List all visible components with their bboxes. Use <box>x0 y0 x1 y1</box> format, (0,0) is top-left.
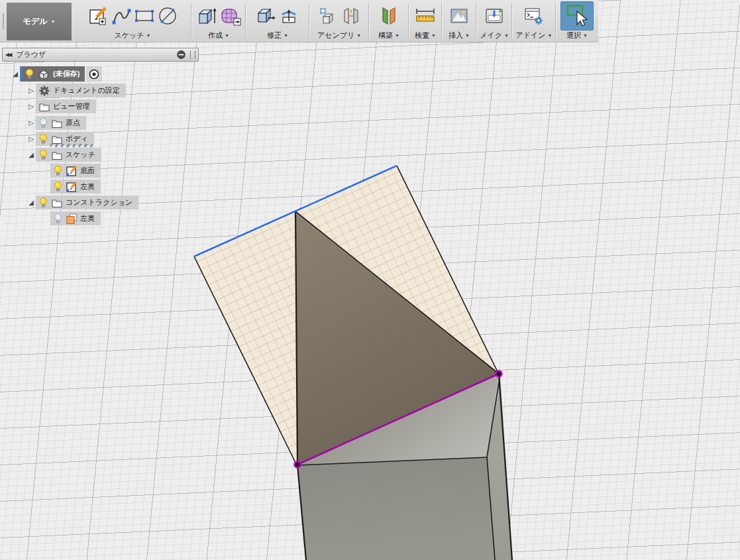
inspect-menu-button[interactable]: 検査 ▼ <box>415 30 436 40</box>
insert-menu-button[interactable]: 挿入 ▼ <box>449 30 470 40</box>
group-label: スケッチ <box>115 30 144 40</box>
expander-collapsed-icon[interactable]: ▷ <box>26 103 36 110</box>
construct-menu-button[interactable]: 構築 ▼ <box>378 30 399 40</box>
make-3d-print-icon[interactable] <box>484 5 504 27</box>
workspace-dropdown[interactable]: モデル ▼ <box>7 3 72 40</box>
visibility-bulb-on-icon[interactable] <box>25 68 34 80</box>
tree-item-origin[interactable]: ▷ 原点 <box>26 115 86 131</box>
root-document-bar[interactable]: (未保存) <box>20 66 85 82</box>
select-menu-button[interactable]: 選択 ▼ <box>566 30 588 40</box>
create-menu-button[interactable]: 作成 ▼ <box>208 30 229 40</box>
folder-icon <box>51 117 63 129</box>
chevron-down-icon: ▼ <box>50 19 55 24</box>
tree-item-sketch-left-back[interactable]: 左奥 <box>50 179 101 194</box>
toolbar-group-modify: 修正 ▼ <box>246 0 309 42</box>
chevron-down-icon: ▼ <box>548 33 553 38</box>
rectangle-icon[interactable] <box>134 5 154 27</box>
sketch-icon <box>66 181 78 193</box>
expander-expanded-icon[interactable]: ◢ <box>26 151 36 158</box>
expander-expanded-icon[interactable]: ◢ <box>26 199 36 206</box>
toolbar-group-select: 選択 ▼ <box>556 0 598 42</box>
spline-icon[interactable] <box>111 5 131 27</box>
tree-item-label: ボディ <box>66 134 88 144</box>
visibility-bulb-on-icon[interactable] <box>38 197 48 208</box>
tree-item-plane-left-back[interactable]: 左奥 <box>50 211 101 226</box>
tree-item-label: 底面 <box>80 166 95 176</box>
tree-item-sketches[interactable]: ◢ スケッチ <box>26 147 101 162</box>
chevron-down-icon: ▼ <box>504 33 509 38</box>
panel-grip-handle[interactable] <box>190 50 195 59</box>
chevron-down-icon: ▼ <box>395 33 399 38</box>
minimize-icon[interactable] <box>176 49 186 60</box>
new-component-icon[interactable] <box>318 5 338 27</box>
assemble-menu-button[interactable]: アセンブリ ▼ <box>317 30 361 40</box>
create-sketch-icon[interactable] <box>88 5 108 27</box>
tree-item-label: ドキュメントの設定 <box>53 85 120 95</box>
chevron-down-icon: ▼ <box>225 33 229 38</box>
select-tool-button[interactable] <box>560 1 594 30</box>
chevron-down-icon: ▼ <box>284 33 288 38</box>
extrude-icon[interactable] <box>197 5 217 27</box>
visibility-bulb-on-icon[interactable] <box>38 133 48 144</box>
visibility-bulb-off-icon[interactable] <box>53 213 63 224</box>
press-pull-icon[interactable] <box>256 5 276 27</box>
construction-plane-icon[interactable] <box>379 5 399 27</box>
toolbar-separator <box>476 3 476 38</box>
vertex-point-left[interactable] <box>295 462 301 468</box>
tree-item-document-settings[interactable]: ▷ ドキュメントの設定 <box>26 83 126 98</box>
group-label: 作成 <box>208 30 223 40</box>
joint-icon[interactable] <box>341 5 361 27</box>
tree-item-view-management[interactable]: ▷ ビュー管理 <box>26 99 96 114</box>
tree-item-root-document[interactable]: ◢ (未保存) <box>11 66 102 82</box>
modify-menu-button[interactable]: 修正 ▼ <box>267 30 288 40</box>
folder-icon <box>51 133 63 145</box>
toolbar-group-make: メイク ▼ <box>477 0 511 42</box>
group-label: 挿入 <box>449 30 463 40</box>
visibility-bulb-off-icon[interactable] <box>38 117 48 129</box>
sketch-menu-button[interactable]: スケッチ ▼ <box>115 30 151 40</box>
expander-expanded-icon[interactable]: ◢ <box>11 70 20 78</box>
visibility-bulb-on-icon[interactable] <box>38 149 48 160</box>
folder-icon <box>51 197 63 209</box>
form-icon[interactable] <box>220 5 241 27</box>
browser-panel-header[interactable]: ◀◀ ブラウザ <box>2 48 199 62</box>
toolbar-separator <box>191 3 191 38</box>
tree-item-bodies[interactable]: ▷ ボディ <box>26 131 94 146</box>
toolbar-separator <box>368 3 369 38</box>
scripts-addins-icon[interactable] <box>523 5 545 27</box>
make-menu-button[interactable]: メイク ▼ <box>480 30 509 40</box>
vertex-point-right[interactable] <box>496 371 502 377</box>
toolbar-group-sketch: スケッチ ▼ <box>74 0 191 42</box>
gear-icon <box>38 85 50 97</box>
toolbar-group-construct: 構築 ▼ <box>370 0 408 42</box>
move-face-icon[interactable] <box>280 5 299 27</box>
circle-icon[interactable] <box>158 5 178 27</box>
toolbar-group-create: 作成 ▼ <box>192 0 245 42</box>
tree-item-sketch-bottom[interactable]: 底面 <box>50 163 101 178</box>
toolbar-separator <box>511 3 512 38</box>
insert-image-icon[interactable] <box>449 5 469 27</box>
addins-menu-button[interactable]: アドイン ▼ <box>516 30 553 40</box>
chevron-down-icon: ▼ <box>356 33 361 38</box>
chevron-down-icon: ▼ <box>583 33 588 38</box>
expander-collapsed-icon[interactable]: ▷ <box>26 135 36 142</box>
group-label: メイク <box>480 30 502 40</box>
body-front-face[interactable] <box>297 457 495 560</box>
measure-icon[interactable] <box>415 5 436 27</box>
visibility-bulb-on-icon[interactable] <box>53 165 63 176</box>
toolbar-group-assemble: アセンブリ ▼ <box>310 0 368 42</box>
expander-collapsed-icon[interactable]: ▷ <box>26 87 36 94</box>
visibility-bulb-on-icon[interactable] <box>53 181 63 192</box>
collapse-panel-icon[interactable]: ◀◀ <box>5 52 11 58</box>
radio-dot-icon <box>88 68 100 80</box>
chevron-down-icon: ▼ <box>431 33 436 38</box>
workspace-label: モデル <box>23 16 48 27</box>
toolbar-separator <box>309 3 309 38</box>
tree-item-construction[interactable]: ◢ コンストラクション <box>26 195 138 210</box>
activate-component-radio[interactable] <box>86 66 102 82</box>
tree-item-label: スケッチ <box>66 150 95 160</box>
expander-collapsed-icon[interactable]: ▷ <box>26 119 36 127</box>
toolbar-separator <box>245 3 246 38</box>
toolbar-separator <box>555 3 556 38</box>
group-label: 修正 <box>267 30 282 40</box>
